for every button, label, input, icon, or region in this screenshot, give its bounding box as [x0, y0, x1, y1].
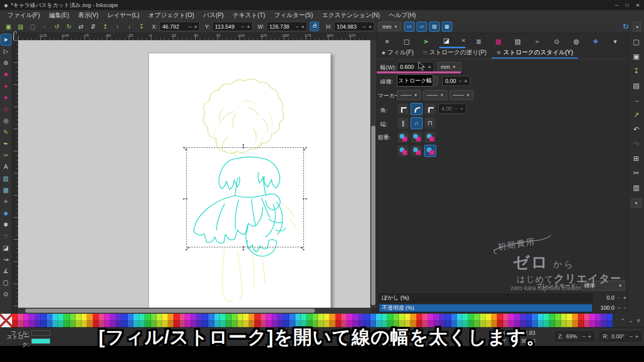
palette-swatch[interactable] — [41, 314, 46, 321]
square-cap-button[interactable]: ⊓ — [424, 117, 436, 129]
redo[interactable]: ↷ — [630, 138, 642, 149]
measure-tool[interactable]: ∡ — [1, 265, 11, 277]
palette-swatch[interactable] — [549, 314, 555, 321]
selection-handle-w[interactable]: ↔ — [181, 193, 189, 201]
canvas[interactable]: ↔ ↔ ↔ ↔ ↔ ↔ ↔ ↔ — [18, 40, 370, 308]
export-dialog-icon[interactable]: ❖ — [590, 36, 602, 47]
palette-swatch[interactable] — [445, 314, 451, 321]
selection-handle-s[interactable]: ↔ — [241, 244, 249, 252]
lock-ratio-toggle[interactable] — [310, 22, 319, 31]
palette-swatch[interactable] — [578, 314, 584, 321]
palette-swatch[interactable] — [486, 314, 491, 321]
blur-increment[interactable]: + — [623, 295, 626, 301]
palette-swatch[interactable] — [93, 314, 99, 321]
miter-limit-field[interactable]: 4.00 −+ — [438, 104, 466, 114]
palette-swatch[interactable] — [330, 314, 335, 321]
palette-swatch[interactable] — [434, 314, 439, 321]
dash-offset-field[interactable]: 0.00 −+ — [442, 76, 470, 86]
start-marker-dropdown[interactable]: ▾ — [397, 90, 421, 100]
palette-swatch[interactable] — [35, 314, 41, 321]
dropper-tool[interactable]: ✧ — [1, 196, 11, 207]
palette-swatch[interactable] — [87, 314, 93, 321]
flip-horizontal-icon[interactable]: ⇄ — [75, 21, 87, 32]
palette-swatch[interactable] — [226, 314, 231, 321]
ruler-origin-lock[interactable] — [12, 33, 18, 40]
bevel-join-button[interactable] — [424, 103, 436, 115]
palette-swatch[interactable] — [387, 314, 393, 321]
menu-フィルターs[interactable]: フィルター(S) — [270, 10, 317, 20]
w-decrement[interactable]: − — [295, 24, 298, 30]
palette-swatch[interactable] — [185, 314, 191, 321]
save-document[interactable]: ↧ — [630, 65, 642, 76]
miter-join-button[interactable] — [397, 103, 409, 115]
open-document[interactable]: ▣ — [630, 51, 642, 62]
objects-dialog-icon[interactable]: ▤ — [512, 36, 524, 47]
palette-swatch[interactable] — [370, 314, 376, 321]
selectors-css-dialog-icon[interactable]: ➤ — [420, 36, 432, 47]
order-fill-stroke-markers-button[interactable] — [397, 131, 409, 143]
tab-stroke-style[interactable]: ≋ ストロークのスタイル(Y) — [492, 47, 578, 59]
palette-swatch[interactable] — [428, 314, 434, 321]
palette-menu-icon[interactable]: ≡ — [637, 318, 640, 323]
palette-swatch[interactable] — [64, 314, 69, 321]
palette-swatch[interactable] — [532, 314, 537, 321]
document-properties-dialog-icon[interactable]: ▢ — [400, 36, 413, 47]
palette-swatch[interactable] — [607, 314, 613, 321]
end-marker-dropdown[interactable]: ▾ — [449, 90, 473, 100]
palette-swatch[interactable] — [255, 314, 260, 321]
ellipse-tool[interactable]: ● — [1, 80, 11, 92]
objects-list-dialog-icon[interactable]: ≡ — [381, 36, 393, 47]
mid-marker-dropdown[interactable]: ▾ — [423, 90, 447, 100]
rectangle-tool[interactable]: ■ — [1, 69, 11, 80]
print-document[interactable]: ▤ — [630, 80, 642, 91]
palette-swatch[interactable] — [237, 314, 243, 321]
palette-swatch[interactable] — [47, 314, 52, 321]
tab-stroke-paint[interactable]: □ ストロークの塗り(P) — [419, 47, 492, 59]
palette-swatch[interactable] — [417, 314, 422, 321]
palette-swatch[interactable] — [99, 314, 104, 321]
palette-swatch[interactable] — [468, 314, 474, 321]
zoom-tool[interactable]: ⊙ — [1, 289, 11, 300]
palette-swatch[interactable] — [307, 314, 312, 321]
menu-ヘルプh[interactable]: ヘルプ(H) — [384, 10, 421, 20]
menu-オブジェクトo[interactable]: オブジェクト(O) — [144, 10, 199, 20]
palette-swatch[interactable] — [590, 314, 595, 321]
symbols-dialog-icon[interactable]: ◍ — [570, 36, 583, 47]
lower-icon[interactable]: ↓ — [124, 21, 135, 32]
palette-swatch[interactable] — [29, 314, 35, 321]
opacity-slider[interactable]: 不透明度 (%) — [379, 304, 593, 312]
palette-swatch[interactable] — [110, 314, 116, 321]
raise-icon[interactable]: ↑ — [112, 21, 123, 32]
selection-handle-n[interactable]: ↔ — [241, 142, 249, 150]
vertical-ruler[interactable] — [12, 40, 18, 308]
palette-swatch[interactable] — [336, 314, 341, 321]
cut[interactable]: ✂ — [630, 167, 642, 178]
order-markers-fill-stroke-button[interactable] — [411, 145, 423, 157]
opacity-decrement[interactable]: − — [617, 305, 620, 311]
palette-swatch[interactable] — [364, 314, 370, 321]
palette-swatch[interactable] — [289, 314, 295, 321]
palette-swatch[interactable] — [295, 314, 301, 321]
palette-swatch[interactable] — [82, 314, 87, 321]
palette-swatch[interactable] — [174, 314, 179, 321]
dash-offset-increment[interactable]: + — [464, 78, 467, 84]
import-image[interactable]: → — [630, 95, 642, 106]
flip-vertical-icon[interactable]: ⇵ — [88, 21, 99, 32]
stroke-width-unit-dropdown[interactable]: mm▾ — [437, 62, 461, 72]
menu-テキストt[interactable]: テキスト(T) — [228, 10, 270, 20]
palette-swatch[interactable] — [462, 314, 468, 321]
dash-offset-decrement[interactable]: − — [458, 78, 461, 84]
node-editor-tool[interactable]: ▷ — [1, 46, 11, 57]
palette-swatch[interactable] — [18, 314, 23, 321]
horizontal-ruler[interactable]: -125-100-75-50-2502550751001251501752002… — [18, 33, 370, 40]
y-field[interactable]: 113.549 −+ — [212, 22, 253, 31]
x-decrement[interactable]: − — [188, 24, 191, 30]
palette-swatch[interactable] — [191, 314, 197, 321]
palette-swatch[interactable] — [601, 314, 607, 321]
w-field[interactable]: 126.738 −+ — [267, 22, 307, 31]
palette-swatch[interactable] — [596, 314, 601, 321]
y-increment[interactable]: + — [247, 24, 250, 30]
palette-swatch[interactable] — [24, 314, 29, 321]
h-field[interactable]: 104.983 −+ — [334, 22, 374, 31]
palette-swatch[interactable] — [567, 314, 572, 321]
